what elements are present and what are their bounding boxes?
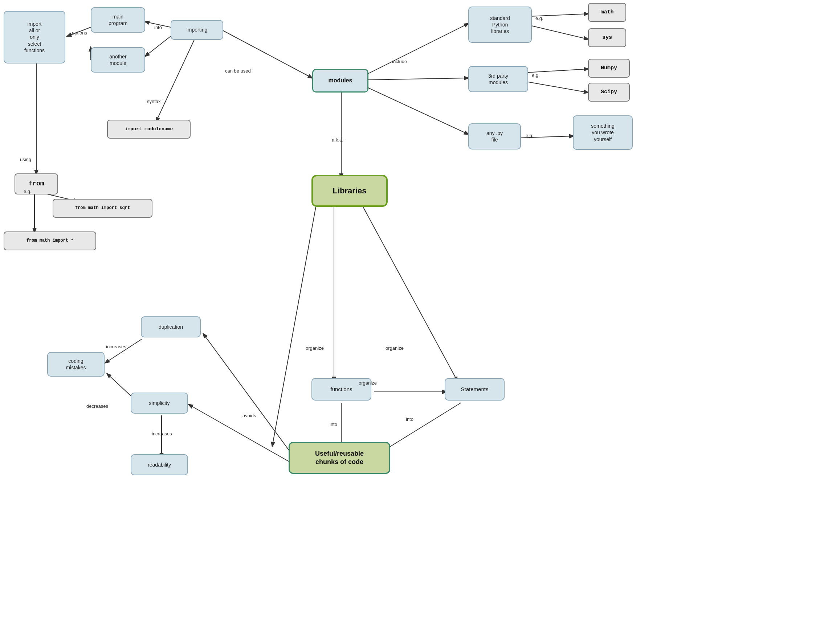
svg-line-5 — [221, 30, 312, 78]
into3-label: into — [406, 417, 413, 422]
something-yourself-node: somethingyou wroteyourself — [573, 115, 633, 150]
eg-any-label: e.g. — [525, 133, 534, 138]
svg-line-4 — [156, 40, 194, 122]
libraries-node: Libraries — [311, 175, 388, 207]
another-module-node: anothermodule — [91, 47, 145, 72]
simplicity-node: simplicity — [131, 393, 188, 414]
libraries-label: Libraries — [333, 186, 367, 196]
simplicity-label: simplicity — [149, 400, 170, 406]
svg-line-2 — [145, 22, 171, 27]
math-node: math — [588, 3, 626, 22]
eg-third-label: e.g. — [532, 72, 540, 78]
svg-line-11 — [526, 69, 588, 72]
from-math-sqrt-node: from math import sqrt — [53, 199, 152, 218]
numpy-label: Numpy — [601, 64, 617, 72]
coding-mistakes-node: codingmistakes — [47, 352, 105, 376]
coding-mistakes-label: codingmistakes — [66, 358, 86, 371]
svg-line-7 — [367, 78, 468, 80]
duplication-label: duplication — [159, 324, 183, 330]
svg-line-13 — [519, 136, 573, 138]
svg-line-22 — [385, 403, 461, 450]
useful-reusable-label: Useful/reusablechunks of code — [315, 450, 364, 467]
third-party-label: 3rd partymodules — [488, 72, 508, 85]
sys-label: sys — [602, 34, 612, 41]
svg-line-10 — [530, 25, 588, 39]
organize2-label: organize — [385, 345, 404, 351]
functions-label: functions — [330, 386, 352, 393]
main-program-node: mainprogram — [91, 7, 145, 33]
statements-label: Statements — [461, 386, 489, 393]
any-py-node: any .pyfile — [468, 123, 521, 150]
math-label: math — [600, 9, 613, 16]
main-program-label: mainprogram — [109, 13, 127, 26]
duplication-node: duplication — [141, 316, 201, 337]
options-label: options — [72, 30, 87, 36]
readability-label: readability — [148, 462, 171, 468]
svg-line-23 — [272, 207, 316, 446]
svg-line-12 — [526, 82, 588, 92]
into-label: into — [154, 25, 162, 30]
import-options-label: import all or only select functions — [24, 21, 44, 54]
import-modulename-label: import modulename — [125, 126, 173, 132]
organize1-label: organize — [306, 345, 324, 351]
any-py-label: any .pyfile — [486, 130, 503, 143]
from-keyword-label: from — [28, 180, 44, 188]
decreases-label: decreases — [86, 403, 108, 409]
svg-line-27 — [107, 374, 134, 399]
sys-node: sys — [588, 28, 626, 47]
standard-python-node: standardPythonlibraries — [468, 7, 532, 43]
something-yourself-label: somethingyou wroteyourself — [591, 123, 614, 143]
statements-node: Statements — [445, 378, 505, 401]
svg-line-3 — [145, 36, 171, 56]
importing-node: importing — [171, 20, 223, 40]
into2-label: into — [329, 422, 337, 427]
eg-standard-label: e.g. — [535, 16, 544, 21]
svg-line-25 — [189, 404, 294, 464]
import-modulename-node: import modulename — [107, 120, 191, 139]
svg-line-24 — [203, 334, 294, 457]
svg-line-19 — [363, 207, 457, 381]
from-math-star-node: from math import * — [3, 232, 96, 250]
from-math-sqrt-label: from math import sqrt — [75, 205, 130, 211]
svg-line-9 — [530, 14, 588, 16]
modules-label: modules — [329, 77, 352, 85]
svg-line-6 — [367, 24, 468, 74]
svg-line-0 — [67, 27, 91, 36]
numpy-node: Numpy — [588, 59, 630, 78]
third-party-node: 3rd partymodules — [468, 66, 528, 92]
avoids-label: avoids — [242, 413, 256, 418]
increases1-label: increases — [106, 344, 126, 349]
increases2-label: increases — [152, 431, 172, 437]
scipy-label: Scipy — [601, 89, 617, 96]
functions-node: functions — [311, 378, 371, 401]
import-options-node: import all or only select functions — [3, 11, 65, 64]
modules-node: modules — [312, 69, 369, 92]
standard-python-label: standardPythonlibraries — [490, 15, 510, 35]
include-label: include — [392, 59, 407, 64]
readability-node: readability — [131, 454, 188, 475]
useful-reusable-node: Useful/reusablechunks of code — [288, 442, 390, 474]
importing-label: importing — [186, 26, 208, 33]
svg-line-26 — [105, 339, 142, 363]
syntax-label: syntax — [147, 99, 161, 104]
aka-label: a.k.a. — [332, 137, 343, 143]
can-be-used-label: can be used — [225, 68, 251, 74]
from-keyword-node: from — [15, 173, 58, 194]
scipy-node: Scipy — [588, 83, 630, 102]
svg-line-8 — [367, 87, 468, 134]
another-module-label: anothermodule — [109, 53, 126, 66]
using-label: using — [20, 157, 31, 162]
from-math-star-label: from math import * — [26, 238, 74, 244]
